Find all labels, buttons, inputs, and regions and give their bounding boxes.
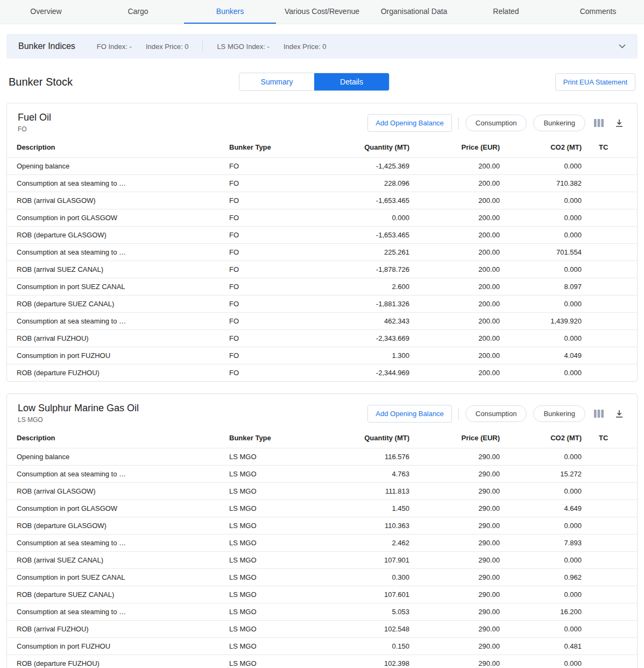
col-tc: TC [582,137,637,158]
table-row: ROB (arrival GLASGOW)FO-1,653.465200.000… [7,192,637,209]
col-tc: TC [582,428,637,448]
cell-bunker_type: FO [229,244,323,261]
cell-quantity: 0.300 [323,569,409,586]
tab-cargo[interactable]: Cargo [92,0,184,24]
cell-price: 200.00 [409,209,500,227]
cell-price: 290.00 [409,466,500,483]
table-row: Opening balanceFO-1,425.369200.000.000 [7,158,637,175]
cell-price: 200.00 [409,364,500,382]
cell-bunker_type: FO [229,347,323,364]
cell-bunker_type: FO [229,227,323,244]
details-toggle-button[interactable]: Details [314,73,389,90]
card-subtitle: LS MGO [18,416,139,424]
cell-price: 200.00 [409,296,500,313]
consumption-button[interactable]: Consumption [465,115,527,131]
cell-co2: 0.000 [500,261,582,278]
cell-tc [582,638,637,655]
top-tab-bar: Overview Cargo Bunkers Various Cost/Reve… [0,0,644,24]
cell-bunker_type: FO [229,261,323,278]
card-header: Low Sulphur Marine Gas Oil LS MGO Add Op… [7,394,637,428]
cell-quantity: 2.462 [323,535,409,552]
cell-co2: 4.049 [500,347,582,364]
col-price: Price (EUR) [409,137,500,158]
cell-tc [582,261,637,278]
cell-bunker_type: FO [229,158,323,175]
col-bunker-type: Bunker Type [229,428,323,448]
cell-co2: 0.000 [500,655,582,668]
cell-co2: 710.382 [500,175,582,192]
table-row: ROB (arrival GLASGOW)LS MGO111.813290.00… [7,483,637,500]
cell-description: Consumption at sea steaming to … [7,535,229,552]
cell-description: ROB (departure FUZHOU) [7,655,229,668]
cell-description: Consumption in port GLASGOW [7,209,229,227]
cell-tc [582,586,637,603]
fo-index-price-label: Index Price: 0 [146,43,189,51]
cell-tc [582,621,637,638]
cell-price: 200.00 [409,175,500,192]
cell-price: 290.00 [409,448,500,466]
tab-bunkers[interactable]: Bunkers [184,0,276,24]
card-actions: Add Opening Balance Consumption Bunkerin… [367,403,626,423]
add-opening-balance-button[interactable]: Add Opening Balance [367,114,451,132]
download-icon[interactable] [612,116,626,130]
table-body: Opening balanceLS MGO116.576290.000.000C… [7,448,637,668]
cell-price: 200.00 [409,347,500,364]
cell-tc [582,535,637,552]
cell-bunker_type: LS MGO [229,569,323,586]
col-description: Description [7,137,229,158]
tab-related[interactable]: Related [460,0,552,24]
bunker-indices-title: Bunker Indices [18,41,75,51]
table-row: ROB (departure GLASGOW)LS MGO110.363290.… [7,517,637,535]
cell-tc [582,158,637,175]
cell-description: Consumption at sea steaming to … [7,313,229,330]
cell-price: 290.00 [409,483,500,500]
cell-co2: 0.000 [500,364,582,382]
cell-co2: 0.000 [500,552,582,569]
cell-quantity: 1.450 [323,500,409,517]
cell-price: 200.00 [409,278,500,296]
cell-description: Consumption in port FUZHOU [7,347,229,364]
cell-bunker_type: LS MGO [229,621,323,638]
table-row: ROB (departure SUEZ CANAL)LS MGO107.6012… [7,586,637,603]
cell-tc [582,500,637,517]
cell-quantity: -1,653.465 [323,192,409,209]
cell-quantity: 116.576 [323,448,409,466]
consumption-button[interactable]: Consumption [465,405,527,422]
view-columns-icon[interactable] [592,116,606,130]
card-subtitle: FO [18,125,51,133]
cell-price: 290.00 [409,535,500,552]
fo-index-label: FO Index: - [97,43,132,51]
cell-bunker_type: LS MGO [229,517,323,535]
cell-description: ROB (arrival GLASGOW) [7,192,229,209]
cell-quantity: 228.096 [323,175,409,192]
download-icon[interactable] [612,407,626,421]
col-description: Description [7,428,229,448]
cell-description: Opening balance [7,448,229,466]
summary-toggle-button[interactable]: Summary [239,73,314,90]
col-quantity: Quantity (MT) [323,428,409,448]
cell-description: ROB (departure GLASGOW) [7,227,229,244]
tab-various-cost-revenue[interactable]: Various Cost/Revenue [276,0,368,24]
print-eua-statement-button[interactable]: Print EUA Statement [555,73,635,91]
table-row: Consumption in port GLASGOWFO0.000200.00… [7,209,637,227]
bunker-indices-bar[interactable]: Bunker Indices FO Index: - Index Price: … [6,34,638,59]
cell-price: 200.00 [409,330,500,347]
cell-quantity: 107.601 [323,586,409,603]
cell-description: Consumption in port FUZHOU [7,638,229,655]
bunkering-button[interactable]: Bunkering [533,115,585,131]
divider [458,117,459,129]
cell-bunker_type: LS MGO [229,655,323,668]
chevron-down-icon[interactable] [619,44,626,48]
cell-description: Consumption at sea steaming to … [7,175,229,192]
tab-comments[interactable]: Comments [552,0,644,24]
bunkering-button[interactable]: Bunkering [533,405,585,422]
cell-co2: 0.000 [500,296,582,313]
cell-co2: 0.000 [500,517,582,535]
view-columns-icon[interactable] [592,407,606,421]
tab-organisational-data[interactable]: Organisational Data [368,0,460,24]
cell-bunker_type: LS MGO [229,535,323,552]
cell-description: ROB (departure SUEZ CANAL) [7,586,229,603]
tab-overview[interactable]: Overview [0,0,92,24]
add-opening-balance-button[interactable]: Add Opening Balance [367,405,451,423]
cell-quantity: -1,653.465 [323,227,409,244]
